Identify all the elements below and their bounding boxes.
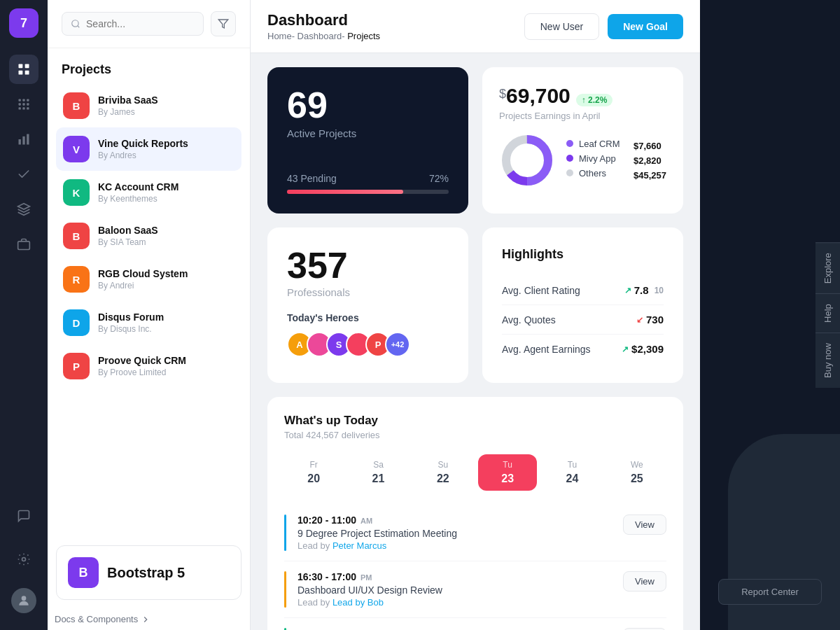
search-icon xyxy=(71,18,80,29)
calendar-day[interactable]: Su22 xyxy=(414,454,472,491)
project-info: Proove Quick CRM By Proove Limited xyxy=(98,355,234,377)
svg-rect-13 xyxy=(19,139,21,145)
event-name: 9 Degree Project Estimation Meeting xyxy=(298,528,612,539)
calendar-day[interactable]: Tu23 xyxy=(478,454,537,491)
svg-rect-1 xyxy=(25,64,29,69)
earnings-label: Projects Earnings in April xyxy=(499,111,666,121)
highlight-value: ↗ 7.810 xyxy=(624,284,664,296)
highlight-name: Avg. Agent Earnings xyxy=(502,344,591,355)
right-panel-tab[interactable]: Help xyxy=(816,293,840,332)
icon-bar: 7 xyxy=(0,0,48,630)
earnings-chart: Leaf CRMMivy AppOthers $7,660$2,820$45,2… xyxy=(499,132,666,188)
sidebar-item-briviba[interactable]: B Briviba SaaS By James xyxy=(56,84,241,127)
nav-grid[interactable] xyxy=(9,90,38,119)
calendar-row: Fr20Sa21Su22Tu23Tu24We25 xyxy=(284,454,666,491)
legend-dot xyxy=(566,169,573,176)
nav-settings[interactable] xyxy=(9,545,38,574)
breadcrumb-path: Home- Dashboard- Projects xyxy=(267,31,380,41)
heroes-label: Today's Heroes xyxy=(287,312,449,323)
sidebar: Projects B Briviba SaaS By James V Vine … xyxy=(48,0,251,630)
project-info: Vine Quick Reports By Andres xyxy=(98,138,234,160)
right-panel: ExploreHelpBuy now Report Center xyxy=(700,0,840,630)
svg-rect-5 xyxy=(22,99,24,102)
event-item: 10:20 - 11:00 AM 9 Degree Project Estima… xyxy=(284,505,666,561)
event-lead-link[interactable]: Peter Marcus xyxy=(332,540,386,551)
sidebar-item-kc[interactable]: K KC Account CRM By Keenthemes xyxy=(56,171,241,214)
svg-rect-9 xyxy=(27,103,29,105)
project-icon: B xyxy=(63,92,90,119)
right-panel-tab[interactable]: Explore xyxy=(816,242,840,293)
project-list: B Briviba SaaS By James V Vine Quick Rep… xyxy=(48,84,250,537)
whatsup-section: What's up Today Total 424,567 deliveries… xyxy=(267,397,683,630)
sidebar-item-disqus[interactable]: D Disqus Forum By Disqus Inc. xyxy=(56,301,241,344)
sidebar-title: Projects xyxy=(48,48,250,84)
whatsup-header: What's up Today Total 424,567 deliveries xyxy=(284,414,666,440)
calendar-day[interactable]: Sa21 xyxy=(349,454,407,491)
nav-chart[interactable] xyxy=(9,125,38,154)
project-info: RGB Cloud System By Andrei xyxy=(98,268,234,290)
chevron-right-icon xyxy=(141,615,150,624)
project-name: RGB Cloud System xyxy=(98,268,234,279)
svg-point-18 xyxy=(22,596,27,601)
active-projects-label: Active Projects xyxy=(287,127,449,139)
sidebar-item-baloon[interactable]: B Baloon SaaS By SIA Team xyxy=(56,214,241,258)
legend-values: $7,660$2,820$45,257 xyxy=(634,141,666,181)
legend-items: Leaf CRMMivy AppOthers xyxy=(566,139,622,183)
app-logo[interactable]: 7 xyxy=(9,8,38,38)
bootstrap-card: B Bootstrap 5 xyxy=(56,545,241,600)
event-lead-link[interactable]: Lead by Bob xyxy=(332,597,384,608)
whatsup-subtitle: Total 424,567 deliveries xyxy=(284,430,380,440)
project-author: By Andres xyxy=(98,150,234,160)
legend-name: Others xyxy=(579,168,622,178)
svg-rect-12 xyxy=(27,107,29,109)
event-view-button[interactable]: View xyxy=(623,571,666,592)
heroes-section: Today's Heroes ASP+42 xyxy=(287,312,449,357)
legend-item: Leaf CRM xyxy=(566,139,622,149)
report-center-button[interactable]: Report Center xyxy=(718,579,822,605)
project-author: By Proove Limited xyxy=(98,368,234,377)
svg-point-17 xyxy=(22,558,26,561)
legend-value: $7,660 xyxy=(634,141,666,151)
nav-check[interactable] xyxy=(9,160,38,189)
lower-grid: 357 Professionals Today's Heroes ASP+42 … xyxy=(267,227,683,383)
project-icon: R xyxy=(63,266,90,293)
project-info: KC Account CRM By Keenthemes xyxy=(98,181,234,204)
calendar-day[interactable]: Fr20 xyxy=(284,454,343,491)
search-box[interactable] xyxy=(62,12,204,36)
legend-value: $2,820 xyxy=(634,155,666,166)
svg-rect-10 xyxy=(19,107,21,109)
highlights-title: Highlights xyxy=(502,247,664,262)
project-info: Disqus Forum By Disqus Inc. xyxy=(98,312,234,334)
stats-grid: 69 Active Projects 43 Pending 72% $69,7 xyxy=(267,67,683,214)
new-user-button[interactable]: New User xyxy=(524,13,599,40)
filter-button[interactable] xyxy=(211,11,236,36)
project-author: By James xyxy=(98,107,234,117)
nav-message[interactable] xyxy=(9,501,38,531)
event-view-button[interactable]: View xyxy=(623,514,666,535)
right-panel-tab[interactable]: Buy now xyxy=(816,332,840,388)
event-bar xyxy=(284,514,286,551)
earnings-amount: $69,700 xyxy=(499,84,570,108)
user-avatar[interactable] xyxy=(11,588,36,613)
sidebar-item-vine[interactable]: V Vine Quick Reports By Andres xyxy=(56,127,241,171)
highlight-value: ↗ $2,309 xyxy=(622,343,664,355)
project-icon: D xyxy=(63,309,90,336)
legend-item: Others xyxy=(566,168,622,178)
calendar-day[interactable]: Tu24 xyxy=(542,454,601,491)
pending-info: 43 Pending 72% xyxy=(287,173,449,184)
event-content: 10:20 - 11:00 AM 9 Degree Project Estima… xyxy=(298,514,612,551)
sidebar-item-proove[interactable]: P Proove Quick CRM By Proove Limited xyxy=(56,344,241,388)
new-goal-button[interactable]: New Goal xyxy=(608,14,683,39)
project-author: By Disqus Inc. xyxy=(98,324,234,334)
events-list: 10:20 - 11:00 AM 9 Degree Project Estima… xyxy=(284,505,666,630)
header-actions: New User New Goal xyxy=(524,13,683,40)
svg-rect-11 xyxy=(22,107,24,109)
sidebar-item-rgb[interactable]: R RGB Cloud System By Andrei xyxy=(56,258,241,301)
nav-layers[interactable] xyxy=(9,195,38,224)
docs-link[interactable]: Docs & Components xyxy=(48,608,250,630)
nav-briefcase[interactable] xyxy=(9,230,38,259)
calendar-day[interactable]: We25 xyxy=(608,454,666,491)
search-input[interactable] xyxy=(86,18,195,29)
nav-dashboard[interactable] xyxy=(9,55,38,84)
earnings-badge: ↑ 2.2% xyxy=(576,94,613,106)
